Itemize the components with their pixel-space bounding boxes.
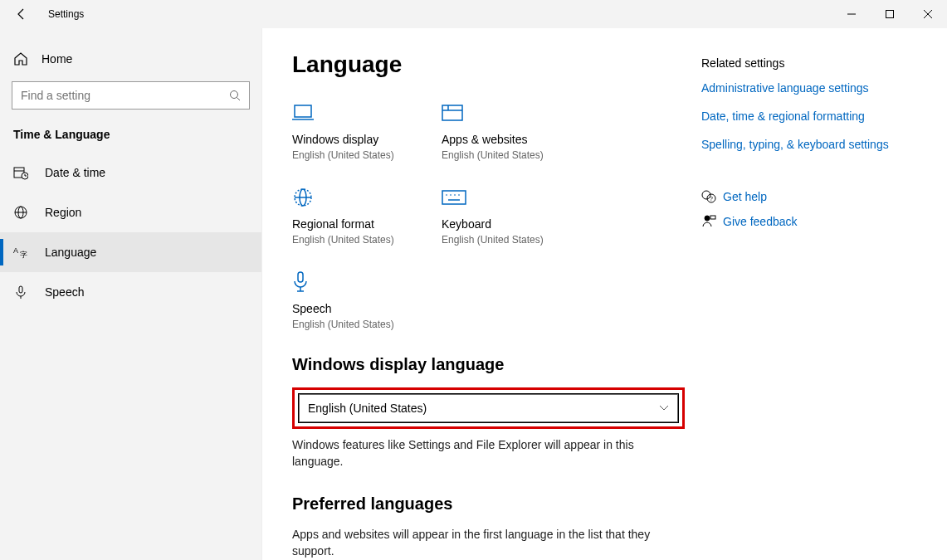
globe-dotted-icon xyxy=(292,186,408,209)
tile-sub: English (United States) xyxy=(292,149,408,161)
search-input[interactable] xyxy=(21,89,229,102)
sidebar-item-label: Date & time xyxy=(45,166,105,179)
link-date-time-formatting[interactable]: Date, time & regional formatting xyxy=(701,110,917,123)
back-button[interactable] xyxy=(15,7,32,21)
tile-title: Apps & websites xyxy=(442,133,558,146)
tile-title: Speech xyxy=(292,302,408,315)
tile-windows-display[interactable]: Windows display English (United States) xyxy=(292,101,408,161)
tile-title: Windows display xyxy=(292,133,408,146)
tile-title: Keyboard xyxy=(442,217,558,231)
svg-line-5 xyxy=(237,98,241,101)
language-icon: A字 xyxy=(13,245,32,260)
svg-text:?: ? xyxy=(710,196,713,202)
svg-rect-26 xyxy=(442,191,466,204)
category-label: Time & Language xyxy=(0,123,261,153)
svg-rect-20 xyxy=(442,105,462,120)
app-title: Settings xyxy=(48,8,84,20)
svg-text:A: A xyxy=(13,246,18,255)
svg-rect-32 xyxy=(298,272,303,282)
svg-rect-41 xyxy=(710,216,715,219)
laptop-icon xyxy=(292,101,408,124)
display-help-text: Windows features like Settings and File … xyxy=(292,437,685,470)
calendar-clock-icon xyxy=(13,165,32,180)
tile-apps-websites[interactable]: Apps & websites English (United States) xyxy=(442,101,558,161)
display-language-dropdown[interactable]: English (United States) xyxy=(299,394,678,422)
close-button[interactable] xyxy=(909,0,947,28)
tile-sub: English (United States) xyxy=(292,234,408,246)
tile-keyboard[interactable]: Keyboard English (United States) xyxy=(442,186,558,246)
home-icon xyxy=(13,51,32,66)
sidebar-item-label: Language xyxy=(45,246,96,259)
sidebar-item-language[interactable]: A字 Language xyxy=(0,232,261,272)
search-box[interactable] xyxy=(12,81,250,110)
page-title: Language xyxy=(292,51,685,78)
tile-sub: English (United States) xyxy=(442,149,558,161)
home-nav[interactable]: Home xyxy=(0,46,261,71)
section-display-language: Windows display language xyxy=(292,355,685,374)
svg-point-4 xyxy=(231,91,238,99)
svg-text:字: 字 xyxy=(20,251,27,259)
tile-sub: English (United States) xyxy=(442,234,558,246)
sidebar-item-speech[interactable]: Speech xyxy=(0,272,261,312)
maximize-button[interactable] xyxy=(871,0,909,28)
tile-title: Regional format xyxy=(292,217,408,231)
microphone-icon xyxy=(292,270,408,294)
sidebar-item-date-time[interactable]: Date & time xyxy=(0,153,261,192)
microphone-icon xyxy=(13,285,32,299)
dropdown-value: English (United States) xyxy=(308,402,427,415)
minimize-button[interactable] xyxy=(832,0,871,28)
link-admin-language[interactable]: Administrative language settings xyxy=(701,81,917,95)
get-help-link[interactable]: ? Get help xyxy=(701,189,917,204)
chevron-down-icon xyxy=(659,405,669,411)
svg-point-40 xyxy=(705,216,710,221)
link-spelling-keyboard[interactable]: Spelling, typing, & keyboard settings xyxy=(701,138,917,151)
feedback-icon xyxy=(701,214,723,229)
home-label: Home xyxy=(41,52,72,66)
keyboard-icon xyxy=(442,186,558,209)
help-icon: ? xyxy=(701,189,723,204)
sidebar-item-label: Speech xyxy=(45,285,84,299)
section-preferred-languages: Preferred languages xyxy=(292,494,685,514)
preferred-help-text: Apps and websites will appear in the fir… xyxy=(292,527,685,559)
give-feedback-link[interactable]: Give feedback xyxy=(701,214,917,229)
svg-rect-1 xyxy=(886,11,894,18)
sidebar-item-region[interactable]: Region xyxy=(0,192,261,232)
highlight-box: English (United States) xyxy=(292,387,685,429)
related-settings-header: Related settings xyxy=(701,56,917,70)
search-icon xyxy=(229,90,241,101)
svg-rect-18 xyxy=(295,105,311,117)
get-help-label: Get help xyxy=(723,190,767,203)
give-feedback-label: Give feedback xyxy=(723,215,798,228)
tile-speech[interactable]: Speech English (United States) xyxy=(292,270,408,330)
browser-icon xyxy=(442,101,558,124)
svg-rect-16 xyxy=(19,286,22,293)
tile-regional-format[interactable]: Regional format English (United States) xyxy=(292,186,408,246)
sidebar-item-label: Region xyxy=(45,206,81,219)
globe-icon xyxy=(13,205,32,220)
tile-sub: English (United States) xyxy=(292,319,408,330)
